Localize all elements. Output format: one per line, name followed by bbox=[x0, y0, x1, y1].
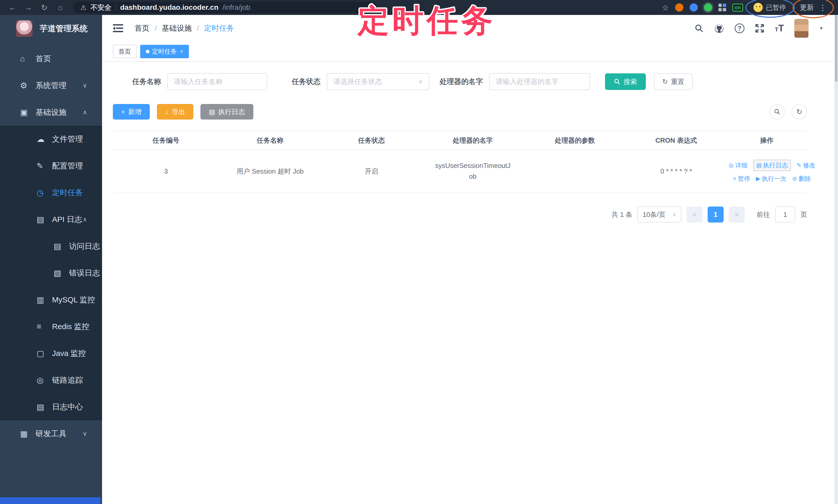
browser-reload-icon[interactable]: ↻ bbox=[38, 3, 51, 12]
browser-forward-icon[interactable]: → bbox=[22, 3, 35, 12]
chevron-up-icon: ∧ bbox=[83, 109, 87, 116]
fullscreen-icon[interactable] bbox=[755, 23, 765, 33]
sidebar-item-error-logs[interactable]: ▧ 错误日志 bbox=[0, 259, 102, 286]
tag-scheduled-tasks[interactable]: 定时任务 × bbox=[140, 45, 189, 58]
sidebar-item-dev-tools[interactable]: ▦ 研发工具 ∨ bbox=[0, 420, 102, 447]
sidebar-item-access-logs[interactable]: ▤ 访问日志 bbox=[0, 233, 102, 259]
col-job-id: 任务编号 bbox=[113, 133, 219, 148]
sidebar-item-system-management[interactable]: ⚙ 系统管理 ∨ bbox=[0, 72, 102, 99]
browser-home-icon[interactable]: ⌂ bbox=[54, 3, 67, 12]
play-icon: ▶ bbox=[756, 175, 760, 182]
detail-link[interactable]: ◎ 详细 bbox=[729, 161, 747, 169]
filter-form: 任务名称 任务状态 请选择任务状态 ∨ 处理器的名字 搜索 bbox=[113, 73, 838, 90]
search-icon[interactable] bbox=[695, 24, 704, 33]
sidebar-item-mysql-monitor[interactable]: ▥ MySQL 监控 bbox=[0, 286, 102, 313]
col-handler-name: 处理器的名字 bbox=[422, 133, 524, 148]
browser-menu-kebab-icon[interactable]: ⋮ bbox=[819, 3, 827, 12]
table-settings: ↻ bbox=[769, 104, 807, 120]
row-execution-log-link[interactable]: ▤ 执行日志 bbox=[753, 160, 791, 171]
page-size-select[interactable]: 10条/页 ∨ bbox=[638, 206, 681, 222]
sidebar-item-scheduled-tasks[interactable]: ◷ 定时任务 bbox=[0, 179, 102, 206]
cell-actions: ◎ 详细 ▤ 执行日志 ✎ 修改 bbox=[727, 157, 817, 185]
page-content: 任务名称 任务状态 请选择任务状态 ∨ 处理器的名字 搜索 bbox=[102, 62, 838, 504]
execution-log-button[interactable]: ▤ 执行日志 bbox=[200, 104, 253, 120]
page-unit-label: 页 bbox=[800, 210, 807, 219]
extension-on-badge[interactable]: on bbox=[732, 4, 743, 12]
screen: ← → ↻ ⌂ ⚠ 不安全 dashboard.yudao.iocoder.cn… bbox=[0, 0, 838, 504]
extension-icon-orange[interactable] bbox=[675, 3, 683, 12]
font-size-icon[interactable]: TT bbox=[775, 23, 784, 34]
run-once-link[interactable]: ▶ 执行一次 bbox=[756, 175, 786, 183]
chevron-up-icon: ∧ bbox=[83, 216, 87, 223]
reset-button[interactable]: ↻ 重置 bbox=[654, 73, 693, 90]
next-page-button[interactable]: > bbox=[729, 206, 745, 222]
tag-home[interactable]: 首页 bbox=[113, 45, 137, 58]
search-button[interactable]: 搜索 bbox=[605, 73, 646, 90]
extension-icon-green[interactable] bbox=[704, 3, 712, 12]
cell-handler-param bbox=[524, 169, 626, 174]
sidebar-item-home[interactable]: ⌂ 首页 bbox=[0, 45, 102, 72]
col-handler-param: 处理器的参数 bbox=[524, 133, 626, 148]
caret-down-icon[interactable]: ▼ bbox=[819, 26, 824, 31]
browser-back-icon[interactable]: ← bbox=[6, 3, 19, 12]
edit-link[interactable]: ✎ 修改 bbox=[797, 161, 815, 169]
delete-link[interactable]: ⊘ 删除 bbox=[792, 175, 811, 183]
sidebar-item-redis-monitor[interactable]: ≡ Redis 监控 bbox=[0, 313, 102, 340]
app-shell: 芋道管理系统 ⌂ 首页 ⚙ 系统管理 ∨ ▣ 基础设施 ∧ bbox=[0, 15, 838, 504]
pause-icon: × bbox=[733, 175, 736, 182]
emoji-avatar bbox=[753, 3, 763, 12]
cell-job-id: 3 bbox=[113, 165, 219, 178]
sidebar-collapse-icon[interactable] bbox=[113, 24, 123, 33]
omnibox-divider bbox=[116, 4, 116, 11]
github-icon[interactable] bbox=[714, 23, 724, 34]
sidebar-item-file-management[interactable]: ☁ 文件管理 bbox=[0, 126, 102, 152]
pagination: 共 1 条 10条/页 ∨ < 1 > 前往 页 bbox=[113, 206, 807, 222]
cell-handler-name: sysUserSessionTimeoutJob bbox=[422, 158, 524, 184]
list-icon: ▤ bbox=[756, 162, 762, 169]
extension-icon-blue[interactable] bbox=[689, 3, 698, 12]
browser-update-button[interactable]: 更新 ⋮ bbox=[796, 1, 830, 14]
export-button[interactable]: ↓ 导出 bbox=[157, 104, 193, 120]
main-area: 首页 / 基础设施 / 定时任务 ? bbox=[102, 15, 838, 504]
sidebar-item-trace[interactable]: ◎ 链路追踪 bbox=[0, 367, 102, 394]
bookmark-star-icon[interactable]: ☆ bbox=[662, 3, 669, 12]
window-scrollbar[interactable] bbox=[834, 15, 838, 504]
refresh-table-button[interactable]: ↻ bbox=[792, 104, 807, 120]
sidebar: 芋道管理系统 ⌂ 首页 ⚙ 系统管理 ∨ ▣ 基础设施 ∧ bbox=[0, 15, 102, 504]
col-cron: CRON 表达式 bbox=[626, 133, 727, 148]
total-count: 共 1 条 bbox=[611, 210, 632, 219]
screen-icon: ▢ bbox=[37, 349, 49, 358]
layers-icon: ≡ bbox=[37, 322, 49, 331]
sidebar-item-infrastructure[interactable]: ▣ 基础设施 ∧ bbox=[0, 99, 102, 126]
prev-page-button[interactable]: < bbox=[686, 206, 702, 222]
task-status-select[interactable]: 请选择任务状态 ∨ bbox=[327, 73, 429, 90]
add-button[interactable]: + 新增 bbox=[113, 104, 150, 120]
close-icon[interactable]: × bbox=[180, 48, 183, 55]
breadcrumb-home[interactable]: 首页 bbox=[135, 23, 150, 34]
toggle-search-button[interactable] bbox=[769, 104, 785, 120]
user-avatar[interactable] bbox=[794, 19, 809, 38]
help-icon[interactable]: ? bbox=[735, 23, 745, 33]
database-icon: ▥ bbox=[37, 295, 49, 305]
eye-icon: ◎ bbox=[37, 376, 49, 385]
profile-paused-badge[interactable]: 已暂停 bbox=[749, 1, 790, 14]
sidebar-item-api-logs[interactable]: ▤ API 日志 ∧ bbox=[0, 206, 102, 233]
not-secure-warning-icon: ⚠ bbox=[81, 4, 86, 12]
task-name-input[interactable] bbox=[167, 73, 267, 90]
pause-link[interactable]: × 暂停 bbox=[733, 175, 750, 183]
breadcrumb-infrastructure[interactable]: 基础设施 bbox=[162, 23, 192, 34]
download-icon: ↓ bbox=[165, 108, 169, 115]
goto-page-input[interactable] bbox=[775, 206, 795, 222]
table-header-row: 任务编号 任务名称 任务状态 处理器的名字 处理器的参数 CRON 表达式 操作 bbox=[113, 131, 807, 150]
current-page-button[interactable]: 1 bbox=[708, 206, 723, 222]
sidebar-item-log-center[interactable]: ▤ 日志中心 bbox=[0, 394, 102, 420]
chevron-down-icon: ∨ bbox=[83, 430, 87, 437]
sidebar-item-config-management[interactable]: ✎ 配置管理 bbox=[0, 152, 102, 179]
address-bar[interactable]: ⚠ 不安全 dashboard.yudao.iocoder.cn/infra/j… bbox=[73, 2, 377, 13]
home-icon: ⌂ bbox=[20, 54, 32, 64]
handler-name-input[interactable] bbox=[489, 73, 590, 90]
sidebar-item-java-monitor[interactable]: ▢ Java 监控 bbox=[0, 340, 102, 367]
extension-grid-icon[interactable] bbox=[718, 4, 726, 11]
cell-job-status: 开启 bbox=[321, 164, 422, 179]
app-logo[interactable]: 芋道管理系统 bbox=[0, 15, 102, 42]
